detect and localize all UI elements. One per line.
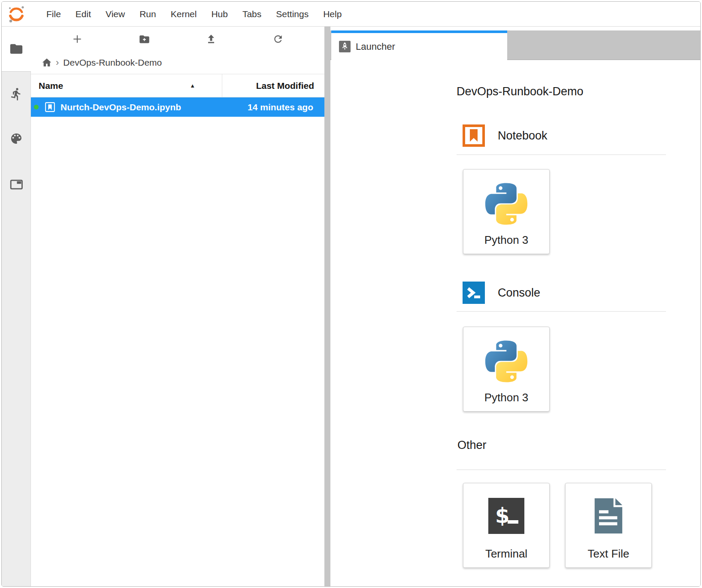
refresh-icon bbox=[272, 33, 284, 45]
terminal-icon: $ bbox=[488, 498, 524, 534]
activity-bar bbox=[2, 27, 31, 586]
sidebar-tab-open-tabs[interactable] bbox=[9, 177, 24, 192]
sidebar-tab-files[interactable] bbox=[2, 27, 31, 71]
kernel-running-indicator bbox=[34, 105, 39, 109]
open-tabs-icon bbox=[9, 177, 24, 192]
svg-text:$: $ bbox=[495, 503, 509, 527]
upload-button[interactable] bbox=[201, 30, 221, 48]
section-divider bbox=[457, 470, 666, 470]
menu-hub[interactable]: Hub bbox=[204, 2, 235, 27]
tab-launcher[interactable]: Launcher bbox=[331, 30, 507, 60]
launcher-card-terminal[interactable]: $ Terminal bbox=[463, 483, 550, 568]
card-label: Python 3 bbox=[484, 233, 529, 247]
python-icon bbox=[485, 182, 528, 225]
file-list-header: Name ▲ Last Modified bbox=[31, 74, 324, 97]
menu-run[interactable]: Run bbox=[132, 2, 163, 27]
new-folder-button[interactable] bbox=[134, 30, 154, 48]
sort-ascending-icon: ▲ bbox=[190, 82, 195, 89]
menu-tabs[interactable]: Tabs bbox=[235, 2, 269, 27]
sidebar-tab-commands[interactable] bbox=[9, 132, 23, 145]
file-browser-toolbar bbox=[31, 27, 324, 52]
panel-splitter-handle[interactable] bbox=[324, 27, 330, 586]
launcher-card-notebook-python3[interactable]: Python 3 bbox=[463, 169, 550, 254]
section-header-notebook: Notebook bbox=[463, 124, 548, 147]
folder-icon bbox=[9, 42, 24, 56]
menu-view[interactable]: View bbox=[98, 2, 132, 27]
launcher-card-console-python3[interactable]: Python 3 bbox=[463, 327, 550, 412]
file-name: Nurtch-DevOps-Demo.ipynb bbox=[61, 102, 181, 112]
section-divider bbox=[457, 155, 666, 155]
activity-bar-lower bbox=[2, 71, 31, 586]
launcher-card-text-file[interactable]: Text File bbox=[565, 483, 652, 568]
upload-icon bbox=[206, 33, 217, 45]
breadcrumb: › DevOps-Runbook-Demo bbox=[31, 52, 324, 74]
menu-edit[interactable]: Edit bbox=[68, 2, 98, 27]
column-header-name[interactable]: Name ▲ bbox=[31, 74, 222, 97]
python-icon bbox=[485, 340, 528, 383]
notebook-file-icon bbox=[44, 101, 56, 113]
app-window: File Edit View Run Kernel Hub Tabs Setti… bbox=[1, 1, 701, 587]
console-icon bbox=[463, 282, 485, 304]
breadcrumb-separator: › bbox=[56, 57, 59, 68]
sidebar-tab-running[interactable] bbox=[9, 87, 23, 101]
breadcrumb-current-folder[interactable]: DevOps-Runbook-Demo bbox=[63, 58, 162, 68]
section-label: Console bbox=[498, 286, 540, 300]
palette-icon bbox=[9, 132, 23, 145]
section-header-console: Console bbox=[463, 282, 540, 304]
menu-file[interactable]: File bbox=[39, 2, 68, 27]
section-header-other: Other bbox=[457, 439, 487, 452]
card-label: Terminal bbox=[485, 547, 527, 561]
notebook-icon bbox=[463, 124, 485, 147]
dock-tab-bar: Launcher bbox=[330, 27, 700, 60]
last-modified-column-label: Last Modified bbox=[256, 81, 314, 91]
card-label: Text File bbox=[588, 547, 629, 561]
text-file-icon bbox=[591, 497, 626, 535]
menu-items: File Edit View Run Kernel Hub Tabs Setti… bbox=[39, 2, 349, 27]
card-label: Python 3 bbox=[484, 391, 529, 404]
menu-bar: File Edit View Run Kernel Hub Tabs Setti… bbox=[2, 2, 700, 27]
plus-icon bbox=[72, 33, 83, 45]
launcher-cwd-title: DevOps-Runbook-Demo bbox=[457, 85, 584, 98]
name-column-label: Name bbox=[39, 81, 63, 91]
jupyterhub-logo-icon bbox=[6, 4, 26, 24]
file-row-selected[interactable]: Nurtch-DevOps-Demo.ipynb 14 minutes ago bbox=[31, 97, 324, 117]
column-header-last-modified[interactable]: Last Modified bbox=[222, 74, 324, 97]
home-icon[interactable] bbox=[41, 57, 52, 68]
file-last-modified: 14 minutes ago bbox=[181, 102, 324, 112]
menu-kernel[interactable]: Kernel bbox=[163, 2, 204, 27]
launcher-body: DevOps-Runbook-Demo Notebook Python 3 bbox=[330, 61, 700, 586]
menu-settings[interactable]: Settings bbox=[269, 2, 316, 27]
section-label: Notebook bbox=[498, 129, 548, 142]
menu-help[interactable]: Help bbox=[316, 2, 349, 27]
new-folder-icon bbox=[139, 33, 150, 45]
launcher-rocket-icon bbox=[339, 41, 351, 52]
new-launcher-button[interactable] bbox=[67, 30, 88, 48]
launcher-panel: Launcher DevOps-Runbook-Demo Notebook bbox=[330, 27, 700, 586]
tab-launcher-label: Launcher bbox=[356, 41, 395, 52]
running-sessions-icon bbox=[9, 87, 23, 101]
refresh-button[interactable] bbox=[268, 30, 288, 48]
section-divider bbox=[457, 311, 666, 312]
file-browser-panel: › DevOps-Runbook-Demo Name ▲ Last Modifi… bbox=[31, 27, 324, 586]
